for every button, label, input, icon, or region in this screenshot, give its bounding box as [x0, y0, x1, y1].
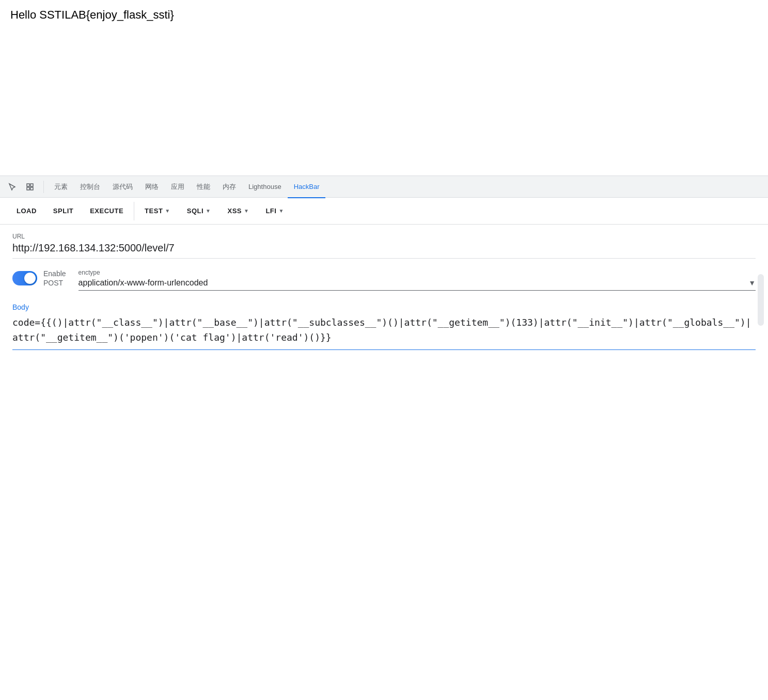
tab-network[interactable]: 网络 — [139, 177, 165, 198]
body-section: Body code={{()|attr("__class__")|attr("_… — [12, 303, 756, 350]
svg-rect-1 — [30, 184, 33, 186]
enctype-label: enctype — [79, 269, 756, 276]
xss-button[interactable]: XSS ▼ — [219, 198, 257, 225]
body-label: Body — [12, 303, 756, 311]
tab-application[interactable]: 应用 — [165, 177, 191, 198]
body-value[interactable]: code={{()|attr("__class__")|attr("__base… — [12, 315, 756, 350]
post-enctype-row: EnablePOST enctype application/x-www-for… — [12, 269, 756, 291]
lfi-arrow-icon: ▼ — [278, 208, 284, 214]
page-content-area: Hello SSTILAB{enjoy_flask_ssti} — [0, 0, 768, 176]
enable-post-container: EnablePOST — [12, 269, 66, 288]
svg-rect-0 — [27, 184, 29, 186]
inspect-icon-btn[interactable] — [22, 179, 38, 195]
execute-button[interactable]: EXECUTE — [82, 198, 132, 225]
enable-post-label: EnablePOST — [43, 269, 66, 288]
enctype-select[interactable]: application/x-www-form-urlencoded multip… — [79, 278, 749, 287]
scrollbar-indicator[interactable] — [758, 274, 764, 326]
load-button[interactable]: LOAD — [8, 198, 45, 225]
tab-console[interactable]: 控制台 — [74, 177, 106, 198]
tab-performance[interactable]: 性能 — [191, 177, 216, 198]
toolbar-divider — [134, 202, 134, 220]
tab-hackbar[interactable]: HackBar — [288, 177, 326, 198]
cursor-icon-btn[interactable] — [4, 179, 21, 195]
hackbar-toolbar: LOAD SPLIT EXECUTE TEST ▼ SQLI ▼ XSS ▼ — [0, 198, 768, 225]
sqli-arrow-icon: ▼ — [206, 208, 211, 214]
enctype-dropdown-arrow-icon[interactable]: ▼ — [748, 279, 756, 287]
xss-arrow-icon: ▼ — [244, 208, 249, 214]
svg-rect-2 — [27, 187, 29, 190]
url-label: URL — [12, 233, 756, 240]
tab-sources[interactable]: 源代码 — [106, 177, 139, 198]
hackbar-content: URL http://192.168.134.132:5000/level/7 … — [0, 225, 768, 358]
tab-memory[interactable]: 内存 — [216, 177, 242, 198]
tab-lighthouse[interactable]: Lighthouse — [242, 177, 288, 198]
url-section: URL http://192.168.134.132:5000/level/7 — [12, 233, 756, 259]
lfi-button[interactable]: LFI ▼ — [257, 198, 292, 225]
enctype-section: enctype application/x-www-form-urlencode… — [79, 269, 756, 291]
svg-rect-3 — [30, 187, 33, 190]
sqli-button[interactable]: SQLI ▼ — [179, 198, 220, 225]
tab-elements[interactable]: 元素 — [48, 177, 74, 198]
devtools-tabs-bar: 元素 控制台 源代码 网络 应用 性能 内存 Lighthouse HackBa… — [0, 176, 768, 198]
enable-post-toggle[interactable] — [12, 271, 37, 285]
url-value[interactable]: http://192.168.134.132:5000/level/7 — [12, 242, 756, 259]
enctype-select-container: application/x-www-form-urlencoded multip… — [79, 278, 756, 291]
tabs-divider — [43, 181, 44, 193]
page-hello-text: Hello SSTILAB{enjoy_flask_ssti} — [10, 8, 758, 22]
devtools-panel: 元素 控制台 源代码 网络 应用 性能 内存 Lighthouse HackBa… — [0, 176, 768, 358]
split-button[interactable]: SPLIT — [45, 198, 82, 225]
test-arrow-icon: ▼ — [165, 208, 170, 214]
test-button[interactable]: TEST ▼ — [136, 198, 179, 225]
toggle-knob — [24, 273, 36, 284]
